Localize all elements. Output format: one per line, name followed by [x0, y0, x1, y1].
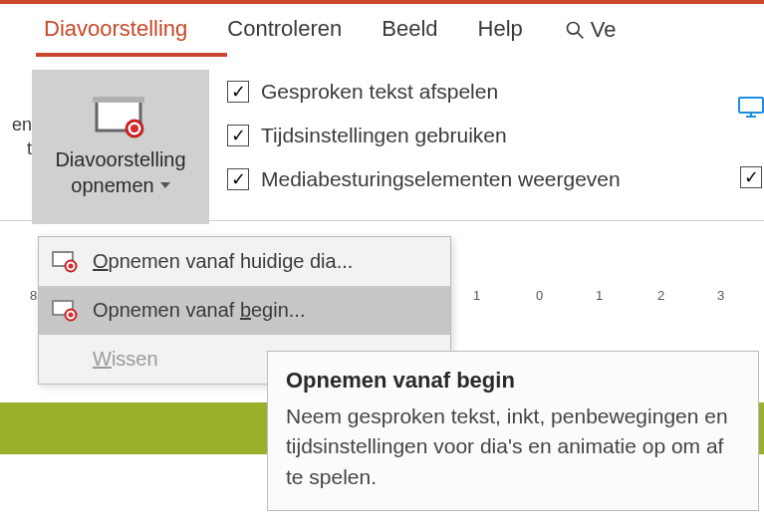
menu-item-label: Opnemen vanaf huidige dia...: [93, 250, 353, 273]
ribbon-tabs: Diavoorstelling Controleren Beeld Help V…: [0, 4, 764, 57]
menu-item-label: Wissen: [93, 348, 158, 371]
checkbox-partial-right[interactable]: ✓: [740, 166, 762, 188]
svg-rect-6: [739, 98, 763, 113]
checkbox-use-timings[interactable]: ✓ Tijdsinstellingen gebruiken: [227, 124, 621, 147]
checkbox-show-media-controls[interactable]: ✓ Mediabesturingselementen weergeven: [227, 167, 621, 191]
checkbox-play-narrations[interactable]: ✓ Gesproken tekst afspelen: [227, 80, 621, 104]
chevron-down-icon: [160, 182, 170, 188]
record-from-beginning-icon: [51, 299, 79, 323]
svg-line-1: [577, 33, 583, 39]
tab-slideshow[interactable]: Diavoorstelling: [38, 8, 193, 52]
checkbox-icon: ✓: [227, 125, 249, 146]
svg-point-0: [567, 23, 579, 35]
menu-item-label: Opnemen vanaf begin...: [93, 299, 305, 322]
right-partial-controls: ✓: [738, 97, 764, 188]
svg-point-11: [69, 263, 74, 268]
record-slideshow-icon: [91, 97, 150, 138]
record-from-current-icon: [51, 250, 79, 274]
checkbox-label: Gesproken tekst afspelen: [261, 80, 498, 104]
checkbox-icon: ✓: [227, 168, 249, 190]
ribbon-content: en t Diavoorstelling opnemen ✓ Gesproken…: [0, 57, 764, 221]
search-icon: [565, 20, 585, 40]
partial-left-label: en t: [0, 70, 32, 224]
monitor-icon: [738, 97, 764, 119]
tooltip-body: Neem gesproken tekst, inkt, penbeweginge…: [286, 401, 740, 492]
tooltip: Opnemen vanaf begin Neem gesproken tekst…: [267, 351, 759, 511]
svg-point-14: [69, 312, 74, 317]
tab-help[interactable]: Help: [472, 8, 529, 52]
svg-rect-3: [93, 97, 144, 103]
checkbox-group: ✓ Gesproken tekst afspelen ✓ Tijdsinstel…: [209, 70, 621, 191]
tooltip-title: Opnemen vanaf begin: [286, 368, 740, 394]
tab-view[interactable]: Beeld: [376, 8, 443, 52]
checkbox-label: Tijdsinstellingen gebruiken: [261, 124, 507, 147]
record-slideshow-button[interactable]: Diavoorstelling opnemen: [32, 70, 209, 224]
checkbox-label: Mediabesturingselementen weergeven: [261, 167, 621, 191]
record-slideshow-label: Diavoorstelling opnemen: [55, 146, 185, 198]
svg-point-5: [130, 125, 138, 133]
search-text: Ve: [591, 17, 617, 43]
search-box[interactable]: Ve: [565, 17, 617, 43]
tab-review[interactable]: Controleren: [221, 8, 348, 52]
menu-record-from-current[interactable]: Opnemen vanaf huidige dia...: [39, 237, 450, 286]
menu-record-from-beginning[interactable]: Opnemen vanaf begin...: [39, 286, 450, 335]
checkbox-icon: ✓: [227, 81, 249, 103]
blank-icon: [51, 348, 79, 372]
